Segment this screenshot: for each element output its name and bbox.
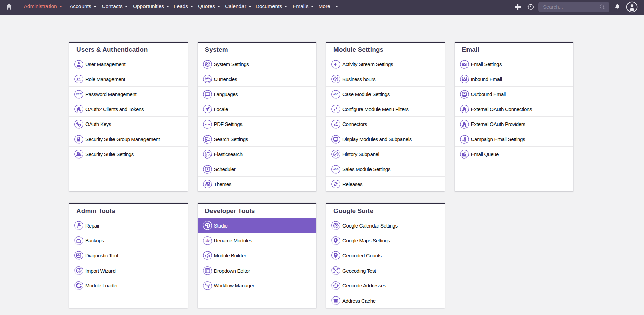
- svg-text:ab: ab: [205, 239, 209, 242]
- svg-text:AOS: AOS: [333, 168, 339, 170]
- svg-text:***: ***: [76, 92, 82, 97]
- svg-text:PDF: PDF: [205, 123, 210, 126]
- svg-text:AOP: AOP: [333, 93, 339, 95]
